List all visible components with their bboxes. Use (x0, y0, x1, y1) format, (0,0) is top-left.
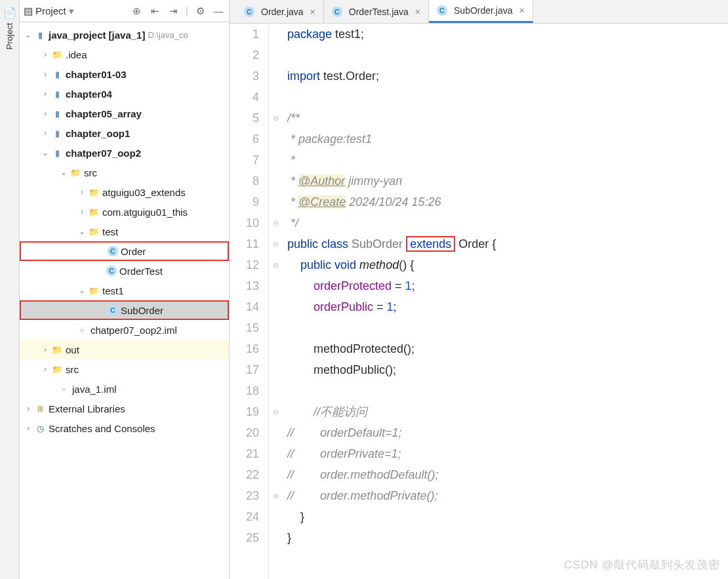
tree-java1iml[interactable]: ▫java_1.iml (20, 379, 229, 399)
src-icon: 📁 (51, 363, 63, 375)
tree-ch05[interactable]: ›▮chapter05_array (20, 104, 229, 123)
root-mod-label: [java_1] (109, 30, 146, 41)
node-label: test1 (102, 285, 124, 296)
tree-ch0103[interactable]: ›▮chapter01-03 (20, 64, 229, 84)
close-icon[interactable]: × (415, 7, 420, 17)
node-label: java_1.iml (72, 384, 117, 395)
node-label: com.atguigu01_this (102, 207, 188, 218)
tree-cls-ordertest[interactable]: COrderTest (20, 261, 229, 281)
tab-label: OrderTest.java (349, 7, 409, 17)
class-icon: C (108, 246, 118, 256)
tree-pkg-ext[interactable]: ›📁atguigu03_extends (20, 182, 229, 202)
tab-label: SubOrder.java (454, 5, 513, 16)
tab-label: Order.java (261, 7, 304, 17)
editor-tabs: COrder.java× COrderTest.java× CSubOrder.… (230, 0, 728, 24)
node-label: chapter04 (66, 89, 112, 100)
tree-idea[interactable]: ›📁.idea (20, 45, 229, 64)
panel-icon: ▤ (24, 5, 33, 17)
module-icon: ▮ (51, 127, 63, 139)
file-icon: ▫ (76, 324, 88, 336)
settings-icon[interactable]: ⚙ (193, 5, 207, 18)
tree-pkg-test1[interactable]: ⌄📁test1 (20, 281, 229, 300)
close-icon[interactable]: × (519, 5, 525, 16)
tree-extlib[interactable]: ›ⅢExternal Libraries (20, 399, 229, 418)
src-icon: 📁 (70, 167, 81, 178)
package-icon: 📁 (88, 186, 100, 198)
tree-pkg-test[interactable]: ⌄📁test (20, 222, 229, 241)
folder-icon: 📁 (51, 49, 63, 60)
module-icon: ▮ (51, 68, 63, 80)
tree-oop2[interactable]: ⌄▮chatper07_oop2 (20, 143, 229, 163)
tree-out[interactable]: ›📁out (20, 340, 229, 359)
node-label: OrderTest (119, 266, 163, 277)
tab-order[interactable]: COrder.java× (236, 0, 324, 23)
node-label: chatper07_oop2.iml (91, 325, 177, 336)
node-label: .idea (66, 49, 87, 60)
module-icon: ▮ (51, 88, 63, 100)
tab-ordertest[interactable]: COrderTest.java× (324, 0, 429, 23)
node-label: Scratches and Consoles (49, 423, 155, 434)
rail-label[interactable]: Project (5, 23, 14, 49)
watermark: CSDN @敲代码敲到头发茂密 (564, 557, 720, 572)
tab-suborder[interactable]: CSubOrder.java× (429, 0, 533, 23)
class-icon: C (106, 266, 117, 276)
node-label: atguigu03_extends (102, 187, 186, 198)
target-icon[interactable]: ⊕ (131, 5, 144, 18)
tree-pkg-this[interactable]: ›📁com.atguigu01_this (20, 202, 229, 222)
node-label: src (66, 364, 79, 375)
tree-root[interactable]: ⌄▮ java_project [java_1] D:\java_co (20, 25, 229, 45)
package-icon: 📁 (88, 206, 100, 218)
node-label: src (84, 167, 97, 178)
class-icon: C (332, 7, 342, 17)
panel-toolbar: ▤ Project ▾ ⊕ ⇤ ⇥ | ⚙ — (20, 0, 229, 22)
code-editor[interactable]: 1234567891011121314151617181920212223242… (230, 24, 728, 579)
tree-oop1[interactable]: ›▮chapter_oop1 (20, 123, 229, 143)
package-icon: 📁 (88, 285, 100, 296)
root-label: java_project (49, 30, 106, 41)
package-icon: 📁 (88, 226, 100, 237)
node-label: chapter01-03 (66, 69, 127, 80)
class-icon: C (437, 5, 447, 16)
tree-cls-suborder[interactable]: CSubOrder (20, 300, 229, 320)
expand-icon[interactable]: ⇥ (167, 5, 180, 18)
node-label: SubOrder (121, 305, 163, 316)
node-label: chatper07_oop2 (66, 148, 141, 159)
tree-iml[interactable]: ▫chatper07_oop2.iml (20, 320, 229, 340)
node-label: chapter_oop1 (66, 128, 130, 139)
tree-src2[interactable]: ›📁src (20, 359, 229, 379)
node-label: chapter05_array (66, 108, 142, 119)
file-icon: ▫ (58, 383, 70, 395)
node-label: Order (121, 246, 146, 257)
node-label: test (102, 226, 118, 237)
tree-cls-order[interactable]: COrder (20, 241, 229, 261)
project-panel: ▤ Project ▾ ⊕ ⇤ ⇥ | ⚙ — ⌄▮ java_project … (20, 0, 230, 579)
scratch-icon: ◷ (34, 422, 46, 434)
gutter: 1234567891011121314151617181920212223242… (230, 24, 269, 579)
out-icon: 📁 (51, 344, 63, 355)
class-icon: C (108, 305, 118, 315)
panel-title[interactable]: ▤ Project ▾ (24, 5, 125, 17)
tree-src[interactable]: ⌄📁src (20, 163, 229, 182)
library-icon: Ⅲ (34, 403, 46, 414)
left-rail: 📄 Project (0, 0, 20, 579)
class-icon: C (244, 7, 254, 17)
module-icon: ▮ (51, 108, 63, 119)
tree-scratches[interactable]: ›◷Scratches and Consoles (20, 418, 229, 438)
module-icon: ▮ (34, 29, 46, 41)
root-path: D:\java_co (148, 30, 188, 40)
editor-area: COrder.java× COrderTest.java× CSubOrder.… (230, 0, 728, 579)
module-icon: ▮ (51, 147, 63, 159)
project-icon[interactable]: 📄 (3, 7, 16, 19)
node-label: out (66, 344, 79, 355)
code-content[interactable]: package test1; import test.Order; /** * … (282, 24, 728, 579)
collapse-icon[interactable]: ⇤ (149, 5, 162, 18)
hide-icon[interactable]: — (212, 5, 225, 18)
project-tree: ⌄▮ java_project [java_1] D:\java_co ›📁.i… (20, 22, 229, 579)
fold-column: ⊖⊖⊖⊖⊖⊖ (269, 24, 282, 579)
node-label: External Libraries (49, 403, 125, 414)
dropdown-icon: ▾ (69, 5, 74, 17)
tree-ch04[interactable]: ›▮chapter04 (20, 84, 229, 104)
close-icon[interactable]: × (310, 7, 315, 17)
